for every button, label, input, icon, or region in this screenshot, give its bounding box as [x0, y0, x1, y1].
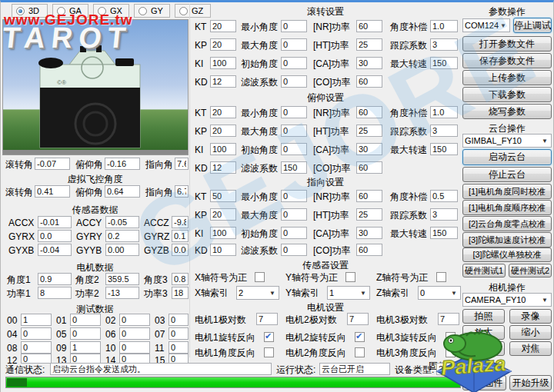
virtual-pitch-value[interactable]	[105, 185, 140, 198]
roll-anglecomp-value[interactable]	[430, 20, 458, 32]
yaw-kt-value[interactable]	[210, 190, 236, 202]
motor3-rotation-reverse-checkbox[interactable]	[446, 332, 456, 342]
pitch-anglecomp-value[interactable]	[430, 106, 458, 118]
y-axis-index-select[interactable]: 1 ▼	[327, 286, 370, 300]
camera-stop-button[interactable]: 停止	[462, 341, 505, 356]
test-10-value[interactable]	[119, 341, 150, 354]
pitch-maxangle-value[interactable]	[281, 125, 307, 137]
test-08-value[interactable]	[21, 341, 52, 354]
start-gimbal-button[interactable]: 启动云台	[462, 149, 552, 165]
flash-params-button[interactable]: 烧写参数	[462, 104, 552, 119]
y-sign-positive-checkbox[interactable]	[345, 272, 355, 282]
roll-minangle-value[interactable]	[281, 20, 307, 32]
radio-gz[interactable]	[179, 7, 188, 15]
yaw-initangle-value[interactable]	[281, 227, 307, 239]
pitch-track-value[interactable]	[430, 125, 458, 137]
pitch-maxspeed-value[interactable]	[430, 143, 458, 155]
test-11-value[interactable]	[169, 341, 189, 354]
yaw-ht-power-value[interactable]	[356, 208, 382, 221]
gimbal-model-select[interactable]: GIMBAL_FY10 ▼	[462, 134, 552, 148]
z-sign-positive-checkbox[interactable]	[436, 272, 446, 282]
motor1-angle-reverse-checkbox[interactable]	[264, 347, 274, 357]
yaw-co-power-value[interactable]	[356, 244, 382, 256]
hardware-test1-button[interactable]: 硬件测试1	[462, 264, 506, 277]
motor3-poles-value[interactable]	[438, 313, 459, 325]
roll-kd-value[interactable]	[210, 75, 236, 88]
yaw-kd-value[interactable]	[210, 244, 236, 256]
test-12-value[interactable]	[21, 354, 52, 364]
motor3-angle-reverse-checkbox[interactable]	[446, 347, 456, 357]
roll-filter-value[interactable]	[281, 75, 307, 88]
calib-motor-angle-seq-button[interactable]: [1]电机角度顺序校准	[462, 200, 552, 215]
yaw-kp-value[interactable]	[210, 208, 236, 221]
motor-angle1-value[interactable]	[38, 273, 72, 285]
calib-gimbal-zero-button[interactable]: [2]云台角度零点校准	[462, 216, 552, 231]
pitch-ki-value[interactable]	[210, 143, 236, 155]
motor-angle3-value[interactable]	[172, 273, 189, 285]
pitch-minangle-value[interactable]	[281, 106, 307, 118]
pitch-ht-power-value[interactable]	[356, 125, 382, 137]
zoom-in-button[interactable]: 放大	[462, 325, 505, 340]
motor1-rotation-reverse-checkbox[interactable]	[264, 332, 274, 342]
zoom-out-button[interactable]: 缩小	[509, 325, 552, 340]
pitch-filter-value[interactable]	[281, 161, 307, 174]
download-params-button[interactable]: 下载参数	[462, 87, 552, 102]
pitch-co-power-value[interactable]	[356, 161, 382, 174]
com-port-select[interactable]: COM124 ▼	[462, 18, 510, 32]
test-01-value[interactable]	[70, 314, 101, 326]
roll-co-power-value[interactable]	[356, 75, 382, 88]
roll-initangle-value[interactable]	[281, 57, 307, 69]
yaw-minangle-value[interactable]	[281, 190, 307, 202]
motor1-poles-value[interactable]	[256, 313, 278, 325]
roll-ca-power-value[interactable]	[356, 57, 382, 69]
accz-value[interactable]	[172, 216, 189, 228]
yaw-ca-power-value[interactable]	[356, 227, 382, 239]
test-04-value[interactable]	[21, 327, 52, 340]
motor-angle2-value[interactable]	[105, 273, 139, 285]
yaw-ki-value[interactable]	[210, 227, 236, 239]
roll-kt-value[interactable]	[210, 20, 236, 32]
gyry-value[interactable]	[105, 230, 139, 242]
yaw-anglecomp-value[interactable]	[430, 190, 458, 202]
yaw-maxspeed-value[interactable]	[430, 227, 458, 239]
camera-model-select[interactable]: CAMERA_FY10 ▼	[462, 293, 552, 307]
roll-ht-power-value[interactable]	[356, 38, 382, 51]
gyrx-value[interactable]	[38, 230, 72, 242]
yaw-track-value[interactable]	[430, 208, 458, 221]
virtual-roll-value[interactable]	[35, 185, 70, 198]
test-05-value[interactable]	[70, 327, 101, 340]
stop-debug-button[interactable]: 停止调试	[513, 18, 552, 33]
roll-ki-value[interactable]	[210, 57, 236, 69]
gyrz-value[interactable]	[172, 230, 189, 242]
pitch-nr-power-value[interactable]	[356, 106, 382, 118]
hardware-test2-button[interactable]: 硬件测试2	[509, 264, 552, 277]
motor2-angle-reverse-checkbox[interactable]	[355, 347, 365, 357]
virtual-yaw-value[interactable]	[175, 185, 189, 198]
roll-angle-value[interactable]	[35, 158, 70, 170]
yaw-maxangle-value[interactable]	[281, 208, 307, 221]
test-07-value[interactable]	[169, 327, 189, 340]
save-param-file-button[interactable]: 保存参数文件	[462, 53, 552, 68]
yaw-filter-value[interactable]	[281, 244, 307, 256]
roll-nr-power-value[interactable]	[356, 20, 382, 32]
pitch-ca-power-value[interactable]	[356, 143, 382, 155]
stop-gimbal-button[interactable]: 停止云台	[462, 167, 552, 182]
yaw-angle-value[interactable]	[175, 158, 189, 170]
motor2-poles-value[interactable]	[347, 313, 369, 325]
gyzb-value[interactable]	[172, 244, 189, 256]
motor-power3-value[interactable]	[172, 287, 189, 299]
motor-power1-value[interactable]	[38, 287, 72, 299]
test-02-value[interactable]	[119, 314, 150, 326]
roll-maxangle-value[interactable]	[281, 38, 307, 51]
motor2-rotation-reverse-checkbox[interactable]	[355, 332, 365, 342]
camera-focus-button[interactable]: 对焦	[509, 341, 552, 356]
radio-gy[interactable]	[138, 7, 147, 15]
test-06-value[interactable]	[119, 327, 150, 340]
calib-gyro-only-button[interactable]: [3]陀螺仪单独校准	[462, 247, 552, 262]
open-firmware-button[interactable]: 打开固件	[462, 375, 506, 390]
tab-gy[interactable]: GY	[134, 4, 170, 18]
start-upgrade-button[interactable]: 开始升级	[509, 375, 552, 390]
calib-motor-angle-simul-button[interactable]: [1]电机角度同时校准	[462, 184, 552, 199]
pitch-kt-value[interactable]	[210, 106, 236, 118]
roll-kp-value[interactable]	[210, 38, 236, 51]
